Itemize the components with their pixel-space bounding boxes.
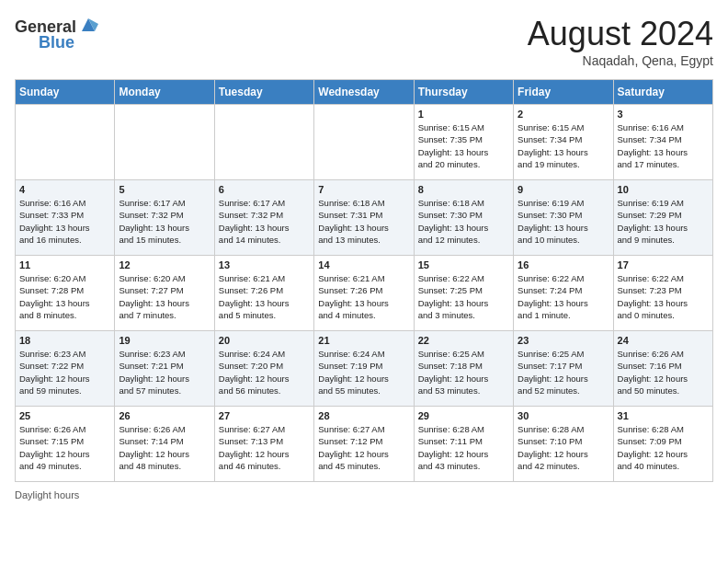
logo-icon [78,15,98,35]
calendar-cell [115,105,214,180]
header-row: SundayMondayTuesdayWednesdayThursdayFrid… [16,80,713,105]
calendar-cell: 8Sunrise: 6:18 AM Sunset: 7:30 PM Daylig… [414,180,513,256]
day-number: 27 [219,410,310,421]
calendar-week-1: 1Sunrise: 6:15 AM Sunset: 7:35 PM Daylig… [16,105,713,180]
day-number: 22 [418,335,509,346]
day-header-thursday: Thursday [414,80,513,105]
footer: Daylight hours [15,489,713,500]
day-info: Sunrise: 6:22 AM Sunset: 7:24 PM Dayligh… [518,272,609,321]
calendar-table: SundayMondayTuesdayWednesdayThursdayFrid… [15,79,713,482]
day-number: 11 [19,259,110,270]
calendar-cell: 30Sunrise: 6:28 AM Sunset: 7:10 PM Dayli… [514,407,613,482]
logo-blue-text: Blue [39,33,74,52]
day-number: 10 [618,184,709,195]
day-info: Sunrise: 6:15 AM Sunset: 7:34 PM Dayligh… [518,121,609,170]
day-header-saturday: Saturday [613,80,712,105]
day-info: Sunrise: 6:27 AM Sunset: 7:12 PM Dayligh… [318,423,409,472]
calendar-cell: 21Sunrise: 6:24 AM Sunset: 7:19 PM Dayli… [314,331,414,407]
day-info: Sunrise: 6:19 AM Sunset: 7:29 PM Dayligh… [618,197,709,246]
day-number: 13 [219,259,310,270]
day-info: Sunrise: 6:22 AM Sunset: 7:25 PM Dayligh… [418,272,509,321]
day-info: Sunrise: 6:26 AM Sunset: 7:16 PM Dayligh… [618,348,709,396]
calendar-cell: 31Sunrise: 6:28 AM Sunset: 7:09 PM Dayli… [613,407,712,482]
calendar-cell: 24Sunrise: 6:26 AM Sunset: 7:16 PM Dayli… [613,331,712,407]
day-info: Sunrise: 6:23 AM Sunset: 7:22 PM Dayligh… [19,348,110,396]
calendar-cell: 4Sunrise: 6:16 AM Sunset: 7:33 PM Daylig… [16,180,115,256]
day-number: 17 [618,259,709,270]
day-info: Sunrise: 6:28 AM Sunset: 7:11 PM Dayligh… [418,423,509,472]
calendar-cell: 12Sunrise: 6:20 AM Sunset: 7:27 PM Dayli… [115,256,214,331]
calendar-cell: 10Sunrise: 6:19 AM Sunset: 7:29 PM Dayli… [613,180,712,256]
calendar-week-3: 11Sunrise: 6:20 AM Sunset: 7:28 PM Dayli… [16,256,713,331]
calendar-cell: 13Sunrise: 6:21 AM Sunset: 7:26 PM Dayli… [214,256,313,331]
calendar-week-4: 18Sunrise: 6:23 AM Sunset: 7:22 PM Dayli… [16,331,713,407]
day-number: 31 [618,410,709,421]
day-number: 20 [219,335,310,346]
day-number: 2 [518,109,609,120]
day-info: Sunrise: 6:18 AM Sunset: 7:31 PM Dayligh… [318,197,409,246]
calendar-cell: 16Sunrise: 6:22 AM Sunset: 7:24 PM Dayli… [514,256,613,331]
day-number: 3 [618,109,709,120]
calendar-cell: 22Sunrise: 6:25 AM Sunset: 7:18 PM Dayli… [414,331,513,407]
day-number: 5 [119,184,210,195]
day-info: Sunrise: 6:26 AM Sunset: 7:14 PM Dayligh… [119,423,210,472]
calendar-cell: 15Sunrise: 6:22 AM Sunset: 7:25 PM Dayli… [414,256,513,331]
calendar-cell: 9Sunrise: 6:19 AM Sunset: 7:30 PM Daylig… [514,180,613,256]
day-number: 30 [518,410,609,421]
day-header-friday: Friday [514,80,613,105]
day-number: 18 [19,335,110,346]
calendar-cell: 20Sunrise: 6:24 AM Sunset: 7:20 PM Dayli… [214,331,313,407]
day-number: 25 [19,410,110,421]
day-info: Sunrise: 6:24 AM Sunset: 7:19 PM Dayligh… [318,348,409,396]
day-info: Sunrise: 6:23 AM Sunset: 7:21 PM Dayligh… [119,348,210,396]
day-number: 28 [318,410,409,421]
day-info: Sunrise: 6:16 AM Sunset: 7:34 PM Dayligh… [618,121,709,170]
day-info: Sunrise: 6:22 AM Sunset: 7:23 PM Dayligh… [618,272,709,321]
calendar-cell: 5Sunrise: 6:17 AM Sunset: 7:32 PM Daylig… [115,180,214,256]
calendar-cell: 27Sunrise: 6:27 AM Sunset: 7:13 PM Dayli… [214,407,313,482]
day-info: Sunrise: 6:17 AM Sunset: 7:32 PM Dayligh… [219,197,310,246]
day-number: 29 [418,410,509,421]
title-area: August 2024 Naqadah, Qena, Egypt [528,15,713,68]
day-header-wednesday: Wednesday [314,80,414,105]
day-info: Sunrise: 6:25 AM Sunset: 7:17 PM Dayligh… [518,348,609,396]
calendar-cell: 19Sunrise: 6:23 AM Sunset: 7:21 PM Dayli… [115,331,214,407]
day-info: Sunrise: 6:20 AM Sunset: 7:27 PM Dayligh… [119,272,210,321]
calendar-cell: 28Sunrise: 6:27 AM Sunset: 7:12 PM Dayli… [314,407,414,482]
day-info: Sunrise: 6:20 AM Sunset: 7:28 PM Dayligh… [19,272,110,321]
calendar-cell: 6Sunrise: 6:17 AM Sunset: 7:32 PM Daylig… [214,180,313,256]
calendar-cell: 1Sunrise: 6:15 AM Sunset: 7:35 PM Daylig… [414,105,513,180]
day-info: Sunrise: 6:16 AM Sunset: 7:33 PM Dayligh… [19,197,110,246]
day-header-monday: Monday [115,80,214,105]
calendar-week-2: 4Sunrise: 6:16 AM Sunset: 7:33 PM Daylig… [16,180,713,256]
day-info: Sunrise: 6:21 AM Sunset: 7:26 PM Dayligh… [219,272,310,321]
calendar-week-5: 25Sunrise: 6:26 AM Sunset: 7:15 PM Dayli… [16,407,713,482]
day-number: 12 [119,259,210,270]
day-number: 23 [518,335,609,346]
day-number: 6 [219,184,310,195]
day-number: 26 [119,410,210,421]
day-info: Sunrise: 6:28 AM Sunset: 7:10 PM Dayligh… [518,423,609,472]
calendar-cell [214,105,313,180]
day-info: Sunrise: 6:24 AM Sunset: 7:20 PM Dayligh… [219,348,310,396]
calendar-cell: 26Sunrise: 6:26 AM Sunset: 7:14 PM Dayli… [115,407,214,482]
calendar-cell: 29Sunrise: 6:28 AM Sunset: 7:11 PM Dayli… [414,407,513,482]
day-number: 4 [19,184,110,195]
day-header-tuesday: Tuesday [214,80,313,105]
day-info: Sunrise: 6:18 AM Sunset: 7:30 PM Dayligh… [418,197,509,246]
location: Naqadah, Qena, Egypt [528,53,713,68]
day-number: 1 [418,109,509,120]
day-number: 14 [318,259,409,270]
calendar-cell [16,105,115,180]
calendar-cell: 7Sunrise: 6:18 AM Sunset: 7:31 PM Daylig… [314,180,414,256]
day-number: 15 [418,259,509,270]
calendar-cell: 17Sunrise: 6:22 AM Sunset: 7:23 PM Dayli… [613,256,712,331]
day-info: Sunrise: 6:28 AM Sunset: 7:09 PM Dayligh… [618,423,709,472]
calendar-cell: 14Sunrise: 6:21 AM Sunset: 7:26 PM Dayli… [314,256,414,331]
calendar-cell: 23Sunrise: 6:25 AM Sunset: 7:17 PM Dayli… [514,331,613,407]
day-info: Sunrise: 6:15 AM Sunset: 7:35 PM Dayligh… [418,121,509,170]
day-number: 9 [518,184,609,195]
day-info: Sunrise: 6:19 AM Sunset: 7:30 PM Dayligh… [518,197,609,246]
calendar-cell: 3Sunrise: 6:16 AM Sunset: 7:34 PM Daylig… [613,105,712,180]
day-info: Sunrise: 6:25 AM Sunset: 7:18 PM Dayligh… [418,348,509,396]
